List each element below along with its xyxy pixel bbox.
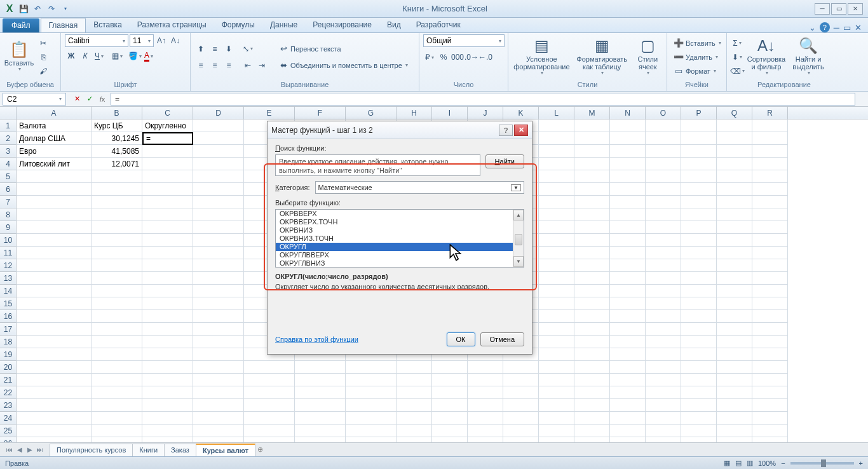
cell[interactable]: [717, 145, 752, 158]
format-painter-icon[interactable]: 🖌: [37, 65, 50, 78]
cell[interactable]: [752, 183, 788, 196]
cut-icon[interactable]: ✂: [37, 37, 50, 50]
row-header[interactable]: 17: [0, 323, 17, 336]
cell[interactable]: [503, 412, 539, 425]
function-list[interactable]: ОКРВВЕРХОКРВВЕРХ.ТОЧНОКРВНИЗОКРВНИЗ.ТОЧН…: [275, 209, 524, 268]
select-all-corner[interactable]: [0, 107, 17, 119]
align-left-icon[interactable]: ≡: [194, 59, 207, 72]
cell[interactable]: [142, 234, 193, 247]
cell[interactable]: [717, 374, 752, 386]
cell[interactable]: [397, 386, 432, 399]
cell[interactable]: [17, 208, 92, 221]
currency-icon[interactable]: ₽▾: [423, 51, 436, 64]
cell[interactable]: [346, 386, 397, 399]
cell[interactable]: [539, 259, 574, 272]
sheet-tab[interactable]: Книги: [132, 444, 165, 456]
cell[interactable]: [610, 119, 646, 132]
tab-данные[interactable]: Данные: [262, 18, 305, 32]
row-header[interactable]: 20: [0, 361, 17, 374]
cell[interactable]: [610, 310, 646, 323]
cell[interactable]: [574, 336, 610, 348]
cell[interactable]: [610, 323, 646, 336]
cell[interactable]: [646, 183, 681, 196]
decrease-decimal-icon[interactable]: ←.0: [479, 51, 492, 64]
zoom-thumb[interactable]: [821, 459, 826, 467]
row-header[interactable]: 21: [0, 374, 17, 386]
cell[interactable]: [610, 399, 646, 412]
clear-icon[interactable]: ⌫▾: [731, 65, 743, 78]
cell[interactable]: [92, 374, 142, 386]
cell[interactable]: [17, 399, 92, 412]
cell[interactable]: [717, 132, 752, 145]
cell[interactable]: [17, 310, 92, 323]
cell[interactable]: [646, 119, 681, 132]
cell[interactable]: [610, 285, 646, 297]
cell[interactable]: [574, 170, 610, 183]
cell[interactable]: [193, 170, 244, 183]
row-header[interactable]: 2: [0, 132, 17, 145]
cell[interactable]: Округленно: [142, 119, 193, 132]
cell[interactable]: [610, 158, 646, 170]
format-cells-button[interactable]: ▭Формат▾: [671, 65, 724, 78]
copy-icon[interactable]: ⎘: [37, 51, 50, 64]
font-name-combo[interactable]: Calibri▾: [65, 34, 128, 47]
cell[interactable]: [717, 208, 752, 221]
cell[interactable]: [681, 132, 717, 145]
cell[interactable]: [681, 348, 717, 361]
cell[interactable]: [574, 196, 610, 208]
cell[interactable]: [752, 348, 788, 361]
cancel-button[interactable]: Отмена: [480, 332, 524, 346]
cell[interactable]: [503, 374, 539, 386]
function-list-item[interactable]: ОКРВНИЗ: [276, 226, 513, 234]
row-header[interactable]: 12: [0, 259, 17, 272]
cell[interactable]: [92, 386, 142, 399]
cell[interactable]: [92, 412, 142, 425]
cell[interactable]: [681, 272, 717, 285]
cell[interactable]: [142, 221, 193, 234]
cell[interactable]: [193, 374, 244, 386]
cell[interactable]: [610, 412, 646, 425]
cell[interactable]: [92, 361, 142, 374]
cell[interactable]: [142, 170, 193, 183]
cell[interactable]: [681, 234, 717, 247]
cell[interactable]: [193, 234, 244, 247]
align-bottom-icon[interactable]: ⬇: [222, 43, 235, 55]
cell[interactable]: [193, 310, 244, 323]
cell[interactable]: [92, 234, 142, 247]
cell[interactable]: [717, 234, 752, 247]
cell[interactable]: [717, 170, 752, 183]
col-header[interactable]: L: [539, 107, 574, 119]
cell[interactable]: [539, 234, 574, 247]
function-list-item[interactable]: ОКРВВЕРХ.ТОЧН: [276, 218, 513, 226]
new-sheet-icon[interactable]: ⊕: [257, 445, 263, 454]
cell[interactable]: [610, 132, 646, 145]
cell[interactable]: [17, 285, 92, 297]
cell[interactable]: Валюта: [17, 119, 92, 132]
cell[interactable]: [142, 297, 193, 310]
cell[interactable]: [142, 348, 193, 361]
cell[interactable]: [574, 348, 610, 361]
cell[interactable]: [752, 361, 788, 374]
cell[interactable]: [717, 425, 752, 437]
zoom-level[interactable]: 100%: [758, 459, 776, 467]
cell[interactable]: [397, 425, 432, 437]
cell[interactable]: [432, 374, 468, 386]
cell[interactable]: [539, 348, 574, 361]
cell[interactable]: [346, 374, 397, 386]
cell[interactable]: [681, 425, 717, 437]
cell[interactable]: [503, 425, 539, 437]
col-header[interactable]: K: [503, 107, 539, 119]
cell[interactable]: [432, 386, 468, 399]
cell[interactable]: [193, 221, 244, 234]
align-top-icon[interactable]: ⬆: [194, 43, 207, 55]
cell[interactable]: [432, 399, 468, 412]
cell[interactable]: [646, 348, 681, 361]
col-header[interactable]: B: [92, 107, 142, 119]
tab-разметка страницы[interactable]: Разметка страницы: [130, 18, 214, 32]
cell[interactable]: [610, 196, 646, 208]
cell[interactable]: [574, 297, 610, 310]
cell[interactable]: [717, 285, 752, 297]
cell[interactable]: [142, 285, 193, 297]
row-header[interactable]: 18: [0, 336, 17, 348]
cell[interactable]: [681, 170, 717, 183]
